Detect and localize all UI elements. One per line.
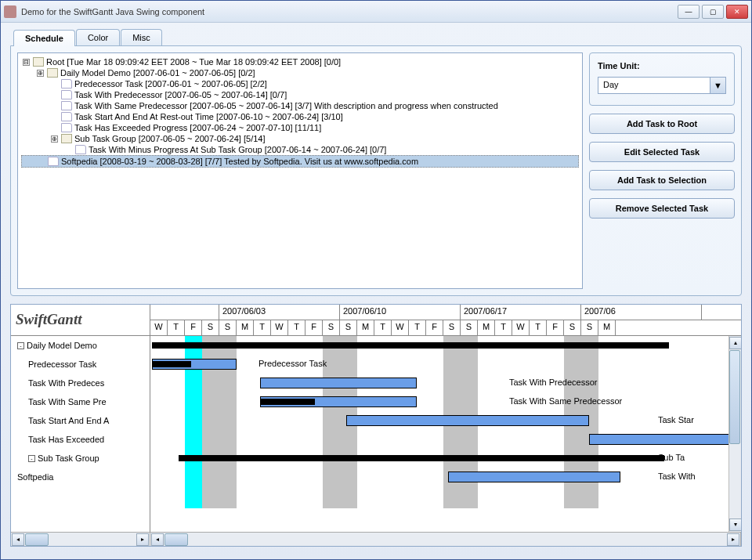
edit-task-button[interactable]: Edit Selected Task [589,142,735,162]
tree-row-label: Task With Same Predecessor [2007-06-05 ~… [74,101,498,110]
day-header: S [323,320,340,335]
remove-task-button[interactable]: Remove Selected Task [589,198,735,219]
folder-icon [33,57,44,67]
gantt-bar[interactable] [448,471,620,482]
content-area: Schedule Color Misc ⊟Root [Tue Mar 18 09… [1,23,751,559]
day-header: M [478,320,495,335]
tab-misc[interactable]: Misc [121,29,162,45]
titlebar[interactable]: Demo for the SwiftGantt Java Swing compo… [1,1,751,23]
window-buttons: — ▢ ✕ [678,5,748,19]
expand-toggle[interactable]: ⊕ [51,135,58,143]
gantt-task-row[interactable]: Task Start And End A [11,411,150,430]
day-header: F [306,320,323,335]
day-header: S [461,320,478,335]
tree-row[interactable]: ⊟Root [Tue Mar 18 09:09:42 EET 2008 ~ Tu… [21,56,579,67]
gantt-task-row[interactable]: Task With Predeces [11,374,150,392]
tree-row[interactable]: Task Has Exceeded Progress [2007-06-24 ~… [21,122,579,133]
doc-icon [61,90,72,99]
timeline-column [616,336,633,508]
tree-row[interactable]: Softpedia [2008-03-19 ~ 2008-03-28] [7/7… [21,155,579,168]
day-header: M [357,320,374,335]
gantt-logo: SwiftGantt [11,305,150,336]
gantt-bar[interactable] [589,434,730,445]
tree-row[interactable]: Task Start And End At Rest-out Time [200… [21,111,579,122]
tree-row[interactable]: Task With Predecessor [2007-06-05 ~ 2007… [21,89,579,100]
expand-toggle[interactable]: ⊕ [37,70,44,77]
gantt-bar[interactable] [179,455,664,461]
timeline-column [702,336,719,508]
gantt-task-list: SwiftGantt -Daily Model DemoPredecessor … [11,305,150,532]
gantt-body[interactable]: Predecessor TaskTask With PredecessorTas… [150,336,741,508]
time-unit-label: Time Unit: [598,61,726,70]
horizontal-scrollbars: ◂ ▸ ◂ ▸ [11,532,741,546]
add-task-root-button[interactable]: Add Task to Root [589,114,735,134]
day-header: T [288,320,306,335]
gantt-bar[interactable] [152,361,191,367]
expand-toggle[interactable]: - [17,342,24,349]
vertical-scrollbar[interactable]: ▴ ▾ [728,336,741,532]
day-header: S [202,320,219,335]
side-panel: Time Unit: Day ▼ Add Task to Root Edit S… [589,52,735,289]
day-header: S [219,320,237,335]
doc-icon [61,101,72,110]
chevron-down-icon[interactable]: ▼ [710,78,725,93]
gantt-header: 2007/06/032007/06/102007/06/172007/06 WT… [150,305,741,336]
tab-color[interactable]: Color [76,29,120,45]
tree-row-label: Task Start And End At Rest-out Time [200… [74,112,343,121]
tree-row-label: Root [Tue Mar 18 09:09:42 EET 2008 ~ Tue… [46,57,341,67]
gantt-task-row[interactable]: Predecessor Task [11,355,150,374]
folder-icon [61,134,72,143]
gantt-task-row[interactable]: Task With Same Pre [11,392,150,411]
task-tree[interactable]: ⊟Root [Tue Mar 18 09:09:42 EET 2008 ~ Tu… [17,52,583,289]
gantt-task-label: Predecessor Task [28,359,96,369]
gantt-timeline[interactable]: 2007/06/032007/06/102007/06/172007/06 WT… [150,305,741,532]
minimize-button[interactable]: — [678,5,700,19]
day-header: T [495,320,512,335]
tree-row[interactable]: ⊕Daily Model Demo [2007-06-01 ~ 2007-06-… [21,67,579,78]
gantt-task-label: Task With Same Pre [28,397,107,406]
gantt-task-label: Daily Model Demo [27,341,97,350]
gantt-task-label: Sub Task Group [38,453,99,463]
tree-row-label: Daily Model Demo [2007-06-01 ~ 2007-06-0… [60,68,255,78]
gantt-task-row[interactable]: -Daily Model Demo [11,336,150,355]
maximize-button[interactable]: ▢ [702,5,724,19]
doc-icon [75,145,86,154]
gantt-task-row[interactable]: Task Has Exceeded [11,430,150,449]
app-window: Demo for the SwiftGantt Java Swing compo… [0,0,752,560]
day-header: W [512,320,530,335]
gantt-bar[interactable] [346,415,589,426]
day-header: F [185,320,202,335]
expand-toggle[interactable]: - [28,455,35,462]
schedule-panel: ⊟Root [Tue Mar 18 09:09:42 EET 2008 ~ Tu… [10,45,742,296]
gantt-bar[interactable] [260,378,417,388]
left-hscroll[interactable]: ◂ ▸ [11,533,150,546]
gantt-bar[interactable] [260,399,315,405]
day-header: W [150,320,168,335]
day-header: W [392,320,409,335]
gantt-task-row[interactable]: Softpedia [11,468,150,486]
tree-row[interactable]: Task With Minus Progress At Sub Task Gro… [21,144,579,155]
add-task-selection-button[interactable]: Add Task to Selection [589,170,735,190]
time-unit-combo[interactable]: Day ▼ [598,77,726,94]
tree-row[interactable]: Task With Same Predecessor [2007-06-05 ~… [21,100,579,111]
gantt-bar-label: Task Star [658,415,694,425]
gantt-bar-label: Sub Ta [658,453,685,462]
expand-toggle[interactable]: ⊟ [23,59,30,66]
day-header: T [409,320,426,335]
right-hscroll[interactable]: ◂ ▸ [150,533,741,546]
tab-schedule[interactable]: Schedule [13,30,75,46]
timeline-column [237,336,254,508]
gantt-task-label: Task Start And End A [28,416,109,425]
tree-row[interactable]: ⊕Sub Task Group [2007-06-05 ~ 2007-06-24… [21,133,579,144]
gantt-task-row[interactable]: -Sub Task Group [11,449,150,468]
close-button[interactable]: ✕ [726,5,748,19]
day-header: T [530,320,547,335]
gantt-bar[interactable] [152,342,669,349]
tree-row[interactable]: Predecessor Task [2007-06-01 ~ 2007-06-0… [21,78,579,89]
gantt-bar-label: Task With Predecessor [509,378,597,387]
day-header: M [237,320,254,335]
day-header: S [443,320,461,335]
date-header: 2007/06/10 [340,305,461,320]
gantt-chart: SwiftGantt -Daily Model DemoPredecessor … [10,304,742,547]
doc-icon [61,123,72,132]
